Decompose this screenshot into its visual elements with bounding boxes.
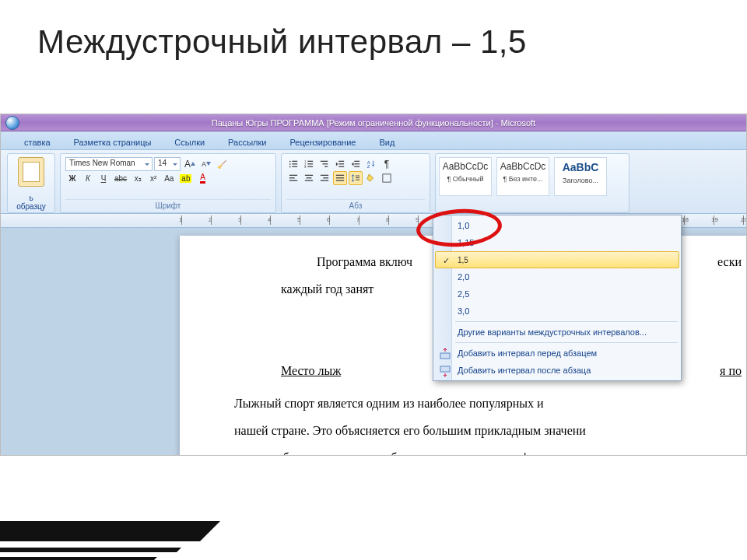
add-space-after-icon	[439, 365, 451, 377]
menu-item-1-5[interactable]: ✓1,5	[435, 251, 679, 268]
align-justify-button[interactable]	[333, 171, 347, 185]
svg-rect-38	[383, 174, 391, 182]
line-spacing-button[interactable]	[349, 171, 363, 185]
svg-rect-11	[307, 166, 313, 167]
svg-rect-1	[292, 161, 297, 162]
style-no-spacing[interactable]: AaBbCcDc¶ Без инте...	[496, 157, 549, 196]
svg-rect-30	[323, 177, 328, 178]
style-normal[interactable]: AaBbCcDc¶ Обычный	[439, 157, 492, 196]
menu-item-label: 1,0	[458, 221, 469, 230]
tab-page-layout[interactable]: Разметка страницы	[69, 135, 156, 149]
slide-title: Междустрочный интервал – 1,5	[0, 0, 747, 73]
menu-item-label: 1,5	[458, 256, 468, 264]
svg-rect-24	[289, 177, 295, 178]
svg-rect-9	[307, 163, 313, 164]
underline-button[interactable]: Ч	[96, 171, 110, 185]
svg-rect-19	[354, 163, 359, 164]
svg-text:Z: Z	[367, 164, 370, 169]
svg-rect-37	[356, 180, 359, 180]
font-color-button[interactable]: A	[195, 171, 209, 185]
paste-caption: ьобразцу	[12, 194, 50, 211]
align-center-button[interactable]	[302, 171, 316, 185]
sort-button[interactable]: AZ	[364, 157, 378, 171]
svg-point-2	[289, 163, 291, 165]
slide-corner-decor	[0, 490, 233, 560]
font-group: Times New Roman 14 A A 🧹 Ж К Ч abc x₂ x²…	[60, 153, 276, 213]
tab-view[interactable]: Вид	[374, 135, 399, 149]
svg-rect-15	[338, 161, 344, 162]
window-title: Пацаны Югры ПРОГРАММА [Режим ограниченно…	[212, 118, 535, 128]
change-case-button[interactable]: Aa	[162, 171, 176, 185]
svg-rect-16	[338, 163, 344, 164]
multilevel-button[interactable]	[317, 157, 331, 171]
tab-references[interactable]: Ссылки	[170, 135, 209, 149]
styles-group: AaBbCcDc¶ Обычный AaBbCcDc¶ Без инте... …	[435, 153, 630, 213]
menu-other-options[interactable]: Другие варианты междустрочных интервалов…	[435, 324, 679, 341]
menu-item-2-5[interactable]: 2,5	[435, 285, 679, 303]
svg-rect-13	[322, 163, 328, 164]
menu-add-space-after[interactable]: Добавить интервал после абзаца	[435, 362, 679, 379]
align-right-button[interactable]	[317, 171, 331, 185]
numbering-button[interactable]: 123	[302, 157, 316, 171]
paragraph-group: 123 AZ ¶ Абз	[281, 153, 430, 213]
doc-p2: нашей стране. Это объясняется его больши…	[234, 417, 747, 444]
checkmark-icon: ✓	[440, 255, 451, 266]
font-size-select[interactable]: 14	[154, 157, 181, 171]
office-button[interactable]	[5, 116, 19, 130]
menu-add-space-before[interactable]: Добавить интервал перед абзацем	[435, 345, 679, 362]
svg-rect-18	[354, 161, 359, 162]
svg-rect-28	[305, 180, 313, 181]
doc-p1: Лыжный спорт является одним из наиболее …	[234, 390, 747, 417]
ribbon: ьобразцу Times New Roman 14 A A 🧹 Ж К Ч …	[1, 150, 746, 214]
document-workspace: 1234567891011121314151617181920 Программ…	[1, 214, 746, 455]
bold-button[interactable]: Ж	[65, 171, 79, 185]
menu-item-label: 2,5	[458, 289, 469, 299]
svg-rect-5	[292, 166, 297, 167]
svg-rect-39	[440, 353, 450, 359]
superscript-button[interactable]: x²	[146, 171, 160, 185]
svg-rect-7	[307, 161, 313, 162]
menu-item-3-0[interactable]: 3,0	[435, 303, 679, 320]
paragraph-group-label: Абз	[286, 199, 425, 211]
align-left-button[interactable]	[286, 171, 300, 185]
menu-item-1-15[interactable]: 1,15	[435, 234, 679, 251]
style-heading[interactable]: AaBbCЗаголово...	[554, 157, 607, 196]
doc-p3: ходить и бегать на лыжах необходимо для …	[234, 444, 747, 456]
menu-item-label: 3,0	[458, 306, 469, 316]
screenshot-frame: Пацаны Югры ПРОГРАММА [Режим ограниченно…	[0, 114, 747, 456]
menu-item-1-0[interactable]: 1,0	[435, 217, 679, 234]
svg-rect-26	[305, 175, 313, 176]
tab-insert[interactable]: ставка	[19, 135, 55, 149]
svg-rect-31	[321, 180, 328, 181]
svg-rect-34	[336, 180, 344, 181]
show-marks-button[interactable]: ¶	[380, 157, 394, 171]
italic-button[interactable]: К	[81, 171, 95, 185]
clear-format-button[interactable]: 🧹	[215, 157, 229, 171]
outdent-button[interactable]	[333, 157, 347, 171]
svg-rect-36	[356, 177, 359, 178]
svg-point-4	[289, 166, 291, 168]
borders-button[interactable]	[380, 171, 394, 185]
shrink-font-button[interactable]: A	[199, 157, 213, 171]
indent-button[interactable]	[349, 157, 363, 171]
line-spacing-menu: 1,01,15✓1,52,02,53,0 Другие варианты меж…	[433, 215, 682, 381]
ribbon-tabs: ставка Разметка страницы Ссылки Рассылки…	[1, 131, 746, 150]
tab-review[interactable]: Рецензирование	[285, 135, 360, 149]
highlight-button[interactable]: ab	[177, 171, 194, 185]
svg-rect-14	[324, 166, 328, 167]
menu-item-label: 2,0	[458, 272, 469, 282]
shading-button[interactable]	[364, 171, 378, 185]
menu-item-2-0[interactable]: 2,0	[435, 268, 679, 285]
add-space-before-icon	[439, 348, 451, 360]
subscript-button[interactable]: x₂	[131, 171, 145, 185]
font-group-label: Шрифт	[65, 199, 271, 211]
font-name-select[interactable]: Times New Roman	[65, 157, 153, 171]
tab-mailings[interactable]: Рассылки	[223, 135, 271, 149]
grow-font-button[interactable]: A	[182, 157, 198, 171]
svg-rect-20	[354, 166, 359, 167]
strike-button[interactable]: abc	[112, 171, 129, 185]
bullets-button[interactable]	[286, 157, 300, 171]
svg-rect-23	[289, 175, 297, 176]
paste-icon[interactable]	[18, 157, 44, 187]
svg-point-0	[289, 161, 291, 163]
